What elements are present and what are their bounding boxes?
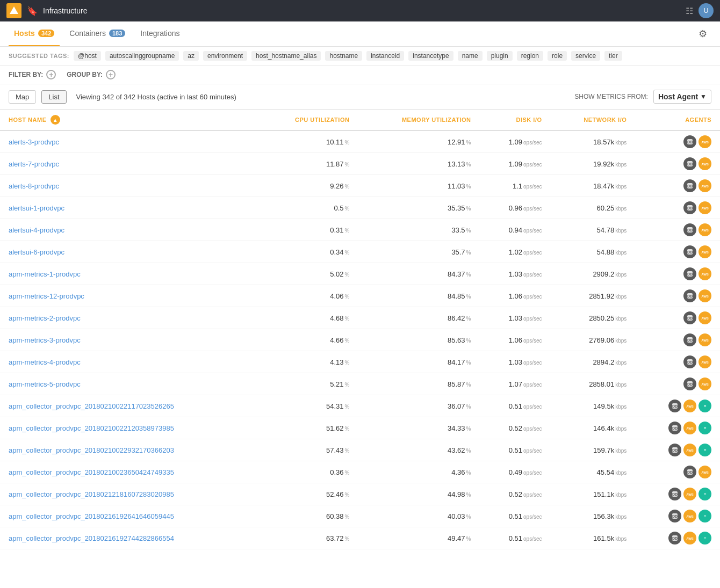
table-row: apm_collector_prodvpc_201802161927442828… [0, 527, 720, 549]
host-name-link[interactable]: apm-metrics-5-prodvpc [9, 380, 81, 388]
host-name-link[interactable]: alertsui-6-prodvpc [9, 248, 64, 256]
bookmark-icon[interactable]: 🔖 [27, 6, 38, 16]
host-name-link[interactable]: apm_collector_prodvpc_201802121816072830… [9, 490, 174, 498]
cpu-value: 60.38% [257, 505, 358, 527]
tag-role[interactable]: role [548, 51, 567, 61]
host-name-link[interactable]: apm-metrics-2-prodvpc [9, 314, 81, 322]
tag-name[interactable]: name [458, 51, 483, 61]
agent-badge-dd: DD [683, 311, 696, 324]
table-row: alerts-3-prodvpc10.11%12.91%1.09ops/sec1… [0, 130, 720, 153]
tag-region[interactable]: region [517, 51, 543, 61]
cpu-value: 5.21% [257, 373, 358, 395]
host-name-link[interactable]: apm-metrics-1-prodvpc [9, 270, 81, 278]
tab-containers[interactable]: Containers 183 [64, 21, 131, 46]
tag-environment[interactable]: environment [203, 51, 247, 61]
tag-instanceid[interactable]: instanceid [366, 51, 404, 61]
tag-autoscaling[interactable]: autoscalinggroupname [105, 51, 179, 61]
metrics-source-dropdown[interactable]: Host Agent ▼ [653, 90, 711, 104]
memory-value: 84.37% [358, 263, 479, 285]
tag-host[interactable]: @host [74, 51, 101, 61]
svg-text:DD: DD [672, 492, 678, 496]
tag-hostname[interactable]: hostname [325, 51, 362, 61]
col-network[interactable]: NETWORK I/O [551, 110, 636, 130]
host-name-link[interactable]: apm_collector_prodvpc_201802100221203589… [9, 424, 174, 432]
agent-badge-aws: AWS [683, 510, 696, 522]
filter-add-button[interactable]: + [46, 70, 56, 79]
svg-text:DD: DD [672, 536, 678, 540]
host-name-link[interactable]: alertsui-4-prodvpc [9, 226, 64, 234]
col-agents: AGENTS [635, 110, 720, 130]
svg-text:DD: DD [687, 470, 693, 474]
network-value: 2858.01kbps [551, 373, 636, 395]
svg-text:AWS: AWS [701, 361, 709, 364]
network-value: 159.7kkbps [551, 439, 636, 461]
tag-plugin[interactable]: plugin [487, 51, 513, 61]
agent-badge-proc: = [699, 400, 711, 412]
host-name-link[interactable]: alerts-7-prodvpc [9, 160, 59, 168]
disk-value: 0.49ops/sec [479, 461, 550, 483]
table-row: apm-metrics-1-prodvpc5.02%84.37%1.03ops/… [0, 263, 720, 285]
host-name-link[interactable]: apm_collector_prodvpc_201802100236504247… [9, 468, 174, 476]
disk-value: 1.03ops/sec [479, 307, 550, 329]
disk-value: 1.1ops/sec [479, 175, 550, 197]
svg-text:DD: DD [687, 162, 693, 166]
table-row: apm-metrics-4-prodvpc4.13%84.17%1.03ops/… [0, 351, 720, 373]
host-name-link[interactable]: apm_collector_prodvpc_201802161926416460… [9, 512, 174, 520]
network-value: 60.25kbps [551, 197, 636, 219]
svg-text:AWS: AWS [686, 449, 694, 452]
disk-value: 1.03ops/sec [479, 263, 550, 285]
cpu-value: 54.31% [257, 395, 358, 417]
agents-cell: DDAWS [635, 219, 720, 241]
host-name-link[interactable]: alerts-3-prodvpc [9, 138, 59, 146]
col-memory[interactable]: MEMORY UTILIZATION [358, 110, 479, 130]
svg-text:DD: DD [687, 360, 693, 364]
map-view-button[interactable]: Map [9, 90, 36, 104]
host-name-link[interactable]: apm_collector_prodvpc_201802100221170235… [9, 402, 174, 410]
viewing-count-text: Viewing 342 of 342 Hosts (active in last… [76, 93, 236, 101]
group-add-button[interactable]: + [106, 70, 116, 79]
agent-badge-dd: DD [668, 422, 681, 434]
host-name-link[interactable]: apm-metrics-12-prodvpc [9, 292, 84, 300]
cpu-value: 51.62% [257, 417, 358, 439]
tab-hosts[interactable]: Hosts 342 [9, 21, 60, 46]
agent-badge-proc: = [699, 422, 711, 434]
col-cpu[interactable]: CPU UTILIZATION [257, 110, 358, 130]
tag-host-hostname-alias[interactable]: host_hostname_alias [251, 51, 321, 61]
disk-value: 1.09ops/sec [479, 130, 550, 153]
agent-badge-aws: AWS [683, 422, 696, 434]
host-name-link[interactable]: alerts-8-prodvpc [9, 182, 59, 190]
agent-badge-aws: AWS [699, 311, 711, 324]
grid-icon[interactable]: ☷ [686, 6, 693, 16]
cpu-value: 5.02% [257, 263, 358, 285]
settings-icon[interactable]: ⚙ [694, 24, 711, 44]
memory-value: 33.5% [358, 219, 479, 241]
tab-integrations[interactable]: Integrations [135, 21, 185, 46]
svg-text:DD: DD [687, 140, 693, 144]
hosts-badge: 342 [38, 30, 54, 37]
disk-value: 0.94ops/sec [479, 219, 550, 241]
host-name-link[interactable]: apm_collector_prodvpc_201802161927442828… [9, 534, 174, 542]
host-name-link[interactable]: apm-metrics-4-prodvpc [9, 358, 81, 366]
col-disk[interactable]: DISK I/O [479, 110, 550, 130]
host-name-link[interactable]: apm-metrics-3-prodvpc [9, 336, 81, 344]
tag-service[interactable]: service [571, 51, 600, 61]
filter-by: FILTER BY: + [9, 70, 56, 79]
sort-indicator: ▲ [51, 115, 60, 125]
tag-instancetype[interactable]: instancetype [408, 51, 453, 61]
tag-az[interactable]: az [183, 51, 199, 61]
hosts-table-container: HOST NAME ▲ CPU UTILIZATION MEMORY UTILI… [0, 110, 720, 549]
toolbar: Map List Viewing 342 of 342 Hosts (activ… [0, 84, 720, 110]
list-view-button[interactable]: List [41, 90, 66, 104]
host-name-link[interactable]: apm_collector_prodvpc_201802100229321703… [9, 446, 174, 454]
metrics-source-value: Host Agent [658, 92, 698, 101]
disk-value: 0.51ops/sec [479, 505, 550, 527]
agent-badge-proc: = [699, 444, 711, 456]
tag-tier[interactable]: tier [604, 51, 622, 61]
agent-badge-aws: AWS [699, 378, 711, 390]
memory-value: 11.03% [358, 175, 479, 197]
avatar[interactable]: U [699, 3, 714, 18]
col-host-name[interactable]: HOST NAME ▲ [0, 110, 257, 130]
agents-cell: DDAWS= [635, 417, 720, 439]
host-name-link[interactable]: alertsui-1-prodvpc [9, 204, 64, 212]
agent-badge-dd: DD [683, 355, 696, 368]
